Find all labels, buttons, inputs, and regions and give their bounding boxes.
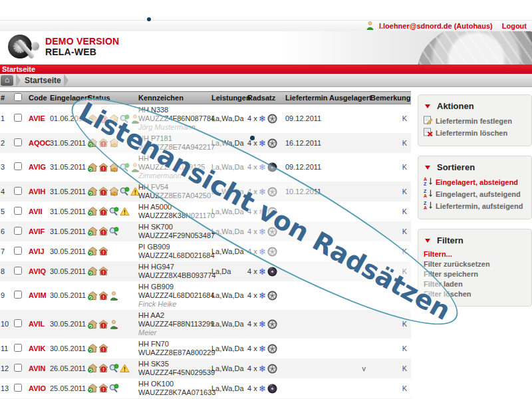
radsatz-cell: 4 x ❄ xyxy=(247,319,284,329)
wheelset-code-link[interactable]: AVII xyxy=(28,201,49,221)
col-ausgelagert: Ausgelagert xyxy=(329,92,370,104)
license-plate: HH N338 xyxy=(138,106,210,114)
row-checkbox[interactable] xyxy=(14,187,22,195)
wheel-dark-icon xyxy=(267,162,277,172)
radsatz-cell: 4 x ❄ xyxy=(247,114,284,124)
action-menu-item[interactable]: Liefertermin löschen xyxy=(424,128,526,138)
table-row: 9 AVIM 30.05.2011 HH GB909 WAUZZZ4L68D02… xyxy=(0,281,411,310)
snowflake-icon: ❄ xyxy=(259,114,266,123)
radsatz-count: 4 x xyxy=(247,320,257,329)
row-checkbox[interactable] xyxy=(14,384,22,392)
wheelset-code-link[interactable]: AVIL xyxy=(28,310,49,338)
logout-link[interactable]: Logout xyxy=(502,22,527,30)
eingelagert-date: 30.05.2011 xyxy=(49,310,87,338)
filter-menu-item[interactable]: Filter zurücksetzen xyxy=(424,260,526,268)
wheel-alloy-icon xyxy=(267,319,277,329)
row-checkbox[interactable] xyxy=(14,344,22,352)
filter-menu-item[interactable]: Filter speichern xyxy=(424,270,526,278)
vin-number: WAUZZZ4L68D021684 xyxy=(138,291,210,300)
table-row: 12 AVIN 26.05.2011 HH SK35 WAUZZZ4F45N02… xyxy=(0,358,411,378)
house-in-icon xyxy=(88,267,98,276)
row-checkbox[interactable] xyxy=(14,364,22,372)
license-plate: HH OK100 xyxy=(138,380,210,388)
filter-menu-item[interactable]: Filter laden xyxy=(424,280,526,288)
bemerkung-flag: K xyxy=(370,104,411,134)
magnifier-icon xyxy=(120,187,130,196)
filter-menu-item[interactable]: Filter löschen xyxy=(424,290,526,298)
liefertermin-date xyxy=(285,378,329,398)
sort-menu-item[interactable]: AZ Eingelagert, absteigend xyxy=(424,177,526,187)
wheel-alloy-icon xyxy=(267,227,277,237)
panel-aktionen: Aktionen Liefertermin festlegen Lieferte… xyxy=(418,94,532,146)
row-checkbox[interactable] xyxy=(14,291,22,299)
ausgelagert-flag xyxy=(329,281,370,310)
row-number: 1 xyxy=(0,104,11,134)
row-checkbox[interactable] xyxy=(14,319,22,327)
bemerkung-flag: K xyxy=(370,358,411,378)
table-row: 11 AVIK 30.05.2011 HH FN70 WUAZZZ8E87A80… xyxy=(0,338,411,358)
radsatz-cell: 4 x ❄ xyxy=(247,187,284,197)
wheelset-code-link[interactable]: AVIG xyxy=(28,153,49,182)
ausgelagert-flag xyxy=(329,182,370,201)
table-row: 10 AVIL 30.05.2011 HH AA2 WAUZZZ4F88N113… xyxy=(0,310,411,338)
col-liefertermin: Liefertermin xyxy=(285,92,329,104)
vin-number: WUAZZZ8E87A800229 xyxy=(138,348,210,357)
action-menu-item[interactable]: Liefertermin festlegen xyxy=(424,116,526,126)
wheelset-code-link[interactable]: AVIO xyxy=(28,378,49,398)
wheelset-code-link[interactable]: AVIF xyxy=(28,221,49,241)
collapse-triangle-icon[interactable] xyxy=(425,166,430,170)
radsatz-count: 4 x xyxy=(247,139,257,148)
row-checkbox[interactable] xyxy=(14,138,22,146)
leistungen-value: La,Wa,Da xyxy=(211,221,247,241)
status-icons xyxy=(88,247,137,256)
sort-menu-item[interactable]: ZA Eingelagert, aufsteigend xyxy=(424,189,526,199)
wheel-dark-icon xyxy=(267,267,277,277)
row-checkbox[interactable] xyxy=(14,162,22,170)
liefertermin-date xyxy=(285,281,329,310)
sort-menu-item[interactable]: ZA Liefertermin, aufsteigend xyxy=(424,201,526,211)
breadcrumb-startseite[interactable]: Startseite xyxy=(25,76,61,85)
license-plate: PI GB909 xyxy=(138,243,210,251)
radsatz-cell: 4 x ❄ xyxy=(247,267,284,277)
magnifier-icon xyxy=(109,384,119,393)
wheelset-code-link[interactable]: AVIJ xyxy=(28,241,49,261)
row-checkbox[interactable] xyxy=(14,227,22,235)
select-all-checkbox[interactable] xyxy=(14,93,22,101)
row-checkbox[interactable] xyxy=(14,267,22,275)
snowflake-icon: ❄ xyxy=(259,267,266,276)
house-in-icon xyxy=(88,291,98,301)
collapse-triangle-icon[interactable] xyxy=(425,104,430,108)
status-icons xyxy=(88,114,137,124)
wheelset-code-link[interactable]: AVIH xyxy=(28,182,49,201)
liefertermin-date xyxy=(285,241,329,261)
wheel-alloy-icon xyxy=(267,187,277,197)
row-checkbox[interactable] xyxy=(14,247,22,255)
eingelagert-date: 30.05.2011 xyxy=(49,241,87,261)
wheelset-code-link[interactable]: AVIQ xyxy=(28,261,49,281)
ausgelagert-flag xyxy=(329,153,370,182)
rela-web-page: l.loehner@sdnord.de (Autohaus) Logout DE… xyxy=(0,0,532,399)
wheelset-code-link[interactable]: AQOC xyxy=(28,133,49,153)
leistungen-value: La,Wa,Da xyxy=(211,281,247,310)
ausgelagert-flag xyxy=(329,201,370,221)
snowflake-icon: ❄ xyxy=(259,227,266,236)
wheel-alloy-icon xyxy=(267,247,277,257)
wheelset-code-link[interactable]: AVIK xyxy=(28,338,49,358)
wheelset-code-link[interactable]: AVIE xyxy=(28,104,49,134)
home-icon[interactable]: ⌂ xyxy=(1,75,13,86)
radsatz-count: 4 x xyxy=(247,227,257,236)
eingelagert-date: 31.05.2011 xyxy=(49,221,87,241)
wheelset-code-link[interactable]: AVIM xyxy=(28,281,49,310)
house-alert-icon xyxy=(98,114,108,124)
bemerkung-flag: K xyxy=(370,378,411,398)
row-checkbox[interactable] xyxy=(14,114,22,122)
section-title-bar: Startseite xyxy=(0,65,532,74)
col-leistungen: Leistungen xyxy=(211,92,247,104)
wheelset-code-link[interactable]: AVIN xyxy=(28,358,49,378)
liefertermin-date xyxy=(285,261,329,281)
sort-asc-icon: ZA xyxy=(424,189,433,198)
filter-menu-item[interactable]: Filtern... xyxy=(424,250,526,258)
bemerkung-flag: K xyxy=(370,261,411,281)
row-checkbox[interactable] xyxy=(14,207,22,215)
collapse-triangle-icon[interactable] xyxy=(425,239,430,243)
